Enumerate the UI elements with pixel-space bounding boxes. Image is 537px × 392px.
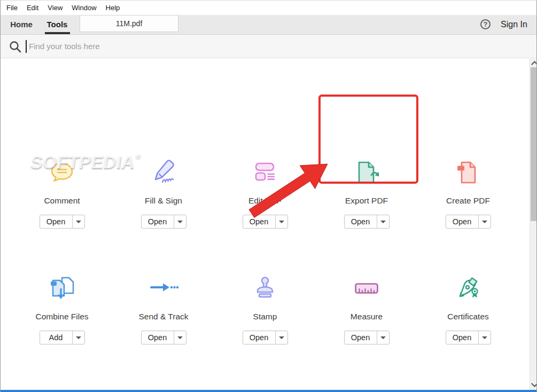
menu-help[interactable]: Help [105, 3, 121, 13]
scrollbar-thumb[interactable] [531, 67, 537, 221]
create-pdf-icon [417, 157, 519, 188]
dropdown-arrow-icon[interactable] [479, 331, 491, 344]
tab-home[interactable]: Home [7, 15, 36, 34]
tool-tile-send-track[interactable]: Send & TrackOpen [113, 273, 214, 344]
tool-button-label[interactable]: Open [142, 215, 174, 228]
tab-bar: Home Tools 11M.pdf ? Sign In [1, 15, 536, 35]
tool-label-export-pdf: Export PDF [345, 195, 388, 206]
tool-tile-stamp[interactable]: StampOpen [214, 273, 316, 344]
menu-edit[interactable]: Edit [26, 3, 40, 13]
dropdown-arrow-icon[interactable] [174, 331, 186, 344]
tool-button-comment[interactable]: Open [40, 215, 85, 229]
vertical-scrollbar[interactable] [530, 59, 537, 390]
tool-button-send-track[interactable]: Open [141, 331, 186, 344]
tool-button-stamp[interactable]: Open [243, 331, 288, 344]
menu-file[interactable]: File [5, 3, 19, 13]
tool-button-label[interactable]: Open [243, 331, 276, 344]
tool-tile-combine-files[interactable]: Combine FilesAdd [11, 273, 113, 344]
search-input[interactable]: Find your tools here [29, 35, 100, 58]
tool-tile-create-pdf[interactable]: Create PDFOpen [417, 157, 519, 229]
tool-label-create-pdf: Create PDF [446, 195, 490, 206]
certificates-icon [417, 273, 519, 304]
dropdown-arrow-icon[interactable] [377, 331, 389, 344]
search-icon [9, 41, 21, 53]
tool-button-certificates[interactable]: Open [446, 331, 491, 344]
measure-icon [316, 273, 417, 304]
tool-button-measure[interactable]: Open [344, 331, 390, 344]
menu-bar: File Edit View Window Help [1, 0, 536, 15]
scroll-down-icon[interactable] [531, 380, 537, 387]
send-track-icon [113, 273, 214, 304]
tool-button-label[interactable]: Add [40, 331, 73, 344]
dropdown-arrow-icon[interactable] [479, 215, 491, 228]
text-cursor [26, 40, 27, 53]
dropdown-arrow-icon[interactable] [174, 215, 186, 228]
tool-tile-certificates[interactable]: CertificatesOpen [417, 273, 519, 344]
comment-icon [11, 157, 113, 188]
stamp-icon [214, 273, 316, 304]
scroll-up-icon[interactable] [531, 61, 537, 68]
tool-button-label[interactable]: Open [446, 215, 479, 228]
window-bottom-border [1, 390, 536, 392]
acrobat-tools-window: { "menu_bar": { "items": ["File", "Edit"… [0, 0, 537, 392]
tool-tile-fill-sign[interactable]: Fill & SignOpen [113, 157, 214, 229]
tab-tools[interactable]: Tools [43, 15, 71, 34]
fill-sign-icon [113, 157, 214, 188]
dropdown-arrow-icon[interactable] [73, 331, 84, 344]
tool-label-combine-files: Combine Files [35, 311, 88, 322]
tool-button-label[interactable]: Open [40, 215, 73, 228]
tool-button-export-pdf[interactable]: Open [344, 215, 390, 229]
tool-label-comment: Comment [44, 195, 80, 206]
tool-label-stamp: Stamp [253, 311, 277, 322]
tool-button-label[interactable]: Open [142, 331, 174, 344]
tool-button-fill-sign[interactable]: Open [141, 215, 186, 229]
active-tab-underline [45, 32, 70, 34]
tool-label-certificates: Certificates [447, 311, 489, 322]
tools-content-area: CommentOpen Fill & SignOpen Edit PDFOpen… [1, 59, 536, 392]
dropdown-arrow-icon[interactable] [377, 215, 389, 228]
tool-tile-comment[interactable]: CommentOpen [11, 157, 113, 229]
tool-button-combine-files[interactable]: Add [40, 331, 85, 344]
tool-button-label[interactable]: Open [345, 215, 377, 228]
tool-button-create-pdf[interactable]: Open [446, 215, 491, 229]
tool-label-fill-sign: Fill & Sign [145, 195, 182, 206]
tool-button-label[interactable]: Open [446, 331, 479, 344]
document-tab[interactable]: 11M.pdf [80, 15, 178, 32]
combine-files-icon [11, 273, 113, 304]
tool-button-label[interactable]: Open [345, 331, 377, 344]
menu-window[interactable]: Window [71, 3, 97, 13]
menu-view[interactable]: View [46, 3, 64, 13]
sign-in-button[interactable]: Sign In [501, 15, 527, 34]
tool-label-send-track: Send & Track [138, 311, 188, 322]
dropdown-arrow-icon[interactable] [73, 215, 84, 228]
tool-label-measure: Measure [351, 311, 383, 322]
dropdown-arrow-icon[interactable] [276, 331, 287, 344]
help-icon[interactable]: ? [480, 19, 491, 29]
tool-tile-measure[interactable]: MeasureOpen [316, 273, 417, 344]
tools-search-bar[interactable]: Find your tools here [1, 35, 536, 58]
highlight-arrow-icon [244, 158, 334, 224]
